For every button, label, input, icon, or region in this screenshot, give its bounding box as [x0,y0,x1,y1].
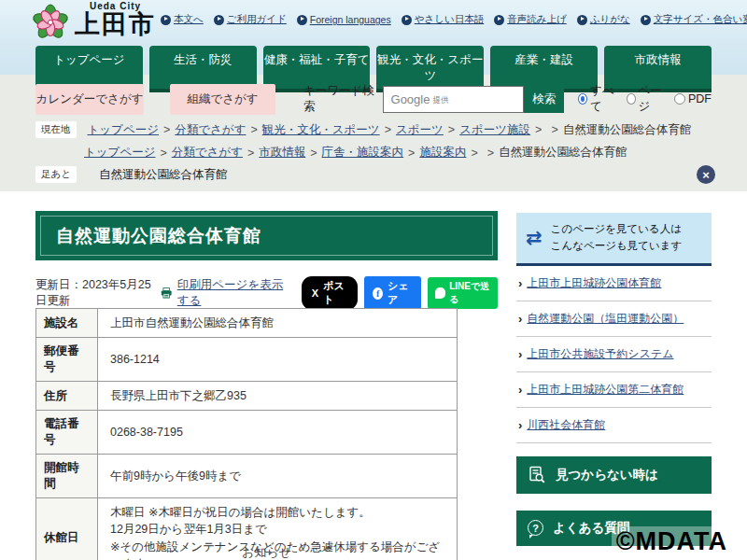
breadcrumb-link[interactable]: トップページ [84,145,155,161]
utility-link-furigana[interactable]: ふりがな [577,13,630,26]
search-row: カレンダーでさがす 組織でさがす キーワード検索 Google 提供 検索 すべ… [35,83,712,115]
notice-heading: お知らせ [35,544,498,560]
page-title: 自然運動公園総合体育館 [56,224,261,248]
chevron-right-icon: › [518,347,522,361]
arrow-bullet-icon [161,15,171,25]
chevron-right-icon: › [518,312,522,326]
radio-unselected-icon [674,93,685,105]
search-scope-radios: すべて ページ PDF [578,83,712,115]
breadcrumb-separator: > [385,123,391,136]
table-row-label: 住所 [36,382,98,411]
table-row-value: 0268-38-7195 [98,411,458,455]
keyword-search-input[interactable]: Google 提供 [383,86,525,113]
line-share-button[interactable]: LINEで送る [428,277,498,309]
table-row-label: 施設名 [36,309,98,338]
related-link-item[interactable]: › 自然運動公園（塩田運動公園） [516,301,712,337]
utility-link-text-to-speech[interactable]: 音声読み上げ [494,13,567,26]
radio-page[interactable]: ページ [627,83,666,115]
calendar-search-button[interactable]: カレンダーでさがす [35,84,144,115]
related-pages-header: ⇄ このページを見ている人は こんなページも見ています [516,213,712,266]
site-logo[interactable]: Ueda City 上田市 [31,2,156,41]
sidebar: ⇄ このページを見ている人は こんなページも見ています › 上田市上田城跡公園体… [516,213,712,546]
utility-link-text-size-color[interactable]: 文字サイズ・色合い変更 [641,13,747,26]
related-link-item[interactable]: › 上田市上田城跡公園第二体育館 [516,372,712,408]
radio-unselected-icon [627,93,636,105]
related-link-item[interactable]: › 上田市公共施設予約システム [516,337,712,372]
not-found-button[interactable]: 見つからない時は [516,456,712,494]
breadcrumb-link[interactable]: 施設案内 [419,145,466,161]
footprint-item[interactable]: 自然運動公園総合体育館 [99,167,228,183]
google-brand-text: Google [391,92,430,106]
organization-search-button[interactable]: 組織でさがす [170,84,275,115]
table-row: 郵便番号 386-1214 [36,338,458,382]
x-logo-icon: X [312,287,318,299]
breadcrumb-link[interactable]: 分類でさがす [175,122,246,138]
breadcrumb-separator: > [160,147,166,160]
utility-nav: 本文へ ご利用ガイド Foreign languages やさしい日本語 音声読… [161,13,728,26]
breadcrumb-separator: > [551,123,557,136]
table-row-value: 午前9時から午後9時まで [98,455,458,498]
breadcrumb-link[interactable]: トップページ [88,122,159,138]
radio-all[interactable]: すべて [578,83,617,115]
breadcrumb-separator: > [247,147,254,160]
radio-pdf[interactable]: PDF [674,92,712,105]
breadcrumb-link[interactable]: スポーツ [396,122,444,138]
footprint-row: 足あと 自然運動公園総合体育館 × [35,165,715,184]
breadcrumb-separator: > [310,147,317,160]
breadcrumb-trail-1: 現在地 トップページ> 分類でさがす> 観光・文化・スポーツ> スポーツ> スポ… [35,121,719,138]
updated-date: 更新日：2023年5月25日更新 [35,277,161,309]
mdata-watermark: ©MDATA [612,526,732,560]
breadcrumb-separator: > [163,123,170,136]
page-title-box: 自然運動公園総合体育館 [35,211,498,260]
arrow-bullet-icon [641,15,651,25]
breadcrumb-separator: > [487,147,494,160]
table-row-label: 郵便番号 [36,338,98,382]
breadcrumb-link[interactable]: スポーツ施設 [459,122,530,138]
document-search-icon [528,466,546,484]
breadcrumb-link[interactable]: 市政情報 [259,145,305,161]
breadcrumb-link[interactable]: 観光・文化・スポーツ [262,122,380,138]
utility-link-guide[interactable]: ご利用ガイド [214,13,287,26]
footprint-badge: 足あと [35,166,77,183]
swap-arrows-icon: ⇄ [526,228,543,247]
table-row-value: 長野県上田市下之郷乙935 [98,382,458,411]
arrow-bullet-icon [577,15,587,25]
print-page-link[interactable]: 印刷用ページを表示する [161,277,285,309]
arrow-bullet-icon [297,15,307,25]
table-row-label: 開館時間 [36,455,98,498]
meta-row: 更新日：2023年5月25日更新 印刷用ページを表示する X ポスト f シェア… [35,276,498,310]
radio-selected-icon [578,93,587,105]
keyword-search-label: キーワード検索 [303,83,375,115]
site-title: Ueda City 上田市 [75,2,156,41]
site-title-jp: 上田市 [75,12,156,37]
breadcrumb-trail-2: トップページ> 分類でさがす> 市政情報> 庁舎・施設案内> 施設案内>> 自然… [84,145,719,161]
google-provided-text: 提供 [432,95,448,106]
utility-link-foreign-languages[interactable]: Foreign languages [297,14,391,25]
close-icon[interactable]: × [697,165,715,184]
related-link-item[interactable]: › 川西社会体育館 [516,408,712,443]
utility-link-main-content[interactable]: 本文へ [161,13,204,26]
arrow-bullet-icon [214,15,224,25]
question-bubble-icon: ? [528,520,543,536]
table-row: 施設名 上田市自然運動公園総合体育館 [36,309,458,338]
breadcrumb-separator: > [471,147,477,160]
search-submit-button[interactable]: 検索 [524,86,564,113]
related-pages-header-text: このページを見ている人は こんなページも見ています [551,221,683,255]
chevron-right-icon: › [518,383,522,397]
breadcrumb-current-page: 自然運動公園総合体育館 [563,122,692,138]
breadcrumb-separator: > [408,147,415,160]
breadcrumb-separator: > [250,123,257,136]
x-post-button[interactable]: X ポスト [302,276,358,310]
facebook-share-button[interactable]: f シェア [364,276,421,310]
breadcrumb-link[interactable]: 庁舎・施設案内 [322,145,404,161]
table-row-label: 電話番号 [36,411,98,455]
breadcrumb-current-page: 自然運動公園総合体育館 [499,145,627,161]
breadcrumb-link[interactable]: 分類でさがす [172,145,243,161]
utility-link-easy-japanese[interactable]: やさしい日本語 [402,13,484,26]
breadcrumb-separator: > [535,123,542,136]
city-flower-icon [31,2,70,41]
table-row-value: 上田市自然運動公園総合体育館 [98,309,458,338]
line-icon [435,287,445,299]
arrow-bullet-icon [402,15,412,25]
related-link-item[interactable]: › 上田市上田城跡公園体育館 [516,266,712,301]
